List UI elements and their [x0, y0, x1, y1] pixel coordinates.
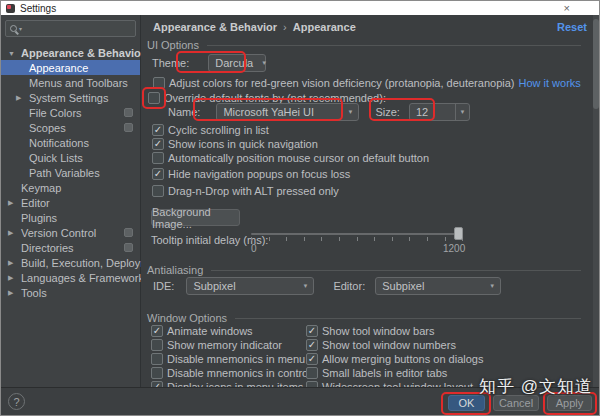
theme-row: Theme: Darcula ▼	[152, 54, 266, 72]
slider-max-label: 1200	[443, 243, 465, 254]
section-divider	[211, 270, 581, 271]
help-button[interactable]: ?	[8, 393, 25, 410]
show-memory-indicator-checkbox[interactable]: ✓	[151, 339, 163, 351]
sidebar-item-tools[interactable]: ▶Tools	[1, 285, 140, 300]
sidebar-item-version-control[interactable]: ▶Version Control	[1, 225, 140, 240]
breadcrumb-appearance-behavior[interactable]: Appearance & Behavior	[153, 21, 277, 33]
sidebar-item-system-settings[interactable]: ▶System Settings	[1, 90, 140, 105]
chevron-right-icon[interactable]: ▶	[16, 94, 21, 102]
sidebar-item-path-variables[interactable]: Path Variables	[1, 165, 140, 180]
how-it-works-link[interactable]: How it works	[518, 77, 580, 89]
small-labels-editor-tabs-checkbox[interactable]: ✓	[306, 367, 318, 379]
auto-position-cursor-checkbox[interactable]: ✓	[152, 152, 164, 164]
auto-position-cursor-row[interactable]: ✓ Automatically position mouse cursor on…	[152, 152, 429, 164]
reset-link[interactable]: Reset	[557, 21, 587, 33]
show-tool-window-bars-row[interactable]: ✓ Show tool window bars	[306, 325, 435, 337]
sidebar-item-editor[interactable]: ▶Editor	[1, 195, 140, 210]
combo-arrow-button[interactable]: ▼	[455, 104, 469, 120]
chevron-down-icon[interactable]: ▼	[8, 49, 15, 56]
adjust-colors-checkbox-row[interactable]: ✓ Adjust colors for red-green vision def…	[153, 77, 581, 89]
sidebar-item-plugins[interactable]: Plugins	[1, 210, 140, 225]
disable-mnemonics-controls-checkbox[interactable]: ✓	[151, 367, 163, 379]
combo-arrow-icon: ▼	[459, 109, 465, 115]
check-icon: ✓	[154, 139, 162, 149]
titlebar: Settings ×	[1, 1, 599, 15]
chevron-right-icon[interactable]: ▶	[8, 289, 13, 297]
ide-label: IDE:	[153, 280, 174, 292]
disable-mnemonics-menu-row[interactable]: ✓ Disable mnemonics in menu	[151, 353, 305, 365]
settings-window: Settings × ▾ ▼Appearance & Behavior Appe…	[0, 0, 600, 416]
chevron-right-icon[interactable]: ▶	[8, 274, 13, 282]
hide-nav-popups-row[interactable]: ✓ Hide navigation popups on focus loss	[152, 168, 350, 180]
sidebar-item-notifications[interactable]: Notifications	[1, 135, 140, 150]
allow-merging-buttons-row[interactable]: ✓ Allow merging buttons on dialogs	[306, 353, 483, 365]
breadcrumb-separator: ›	[281, 21, 289, 33]
sidebar-item-directories[interactable]: Directories	[1, 240, 140, 255]
sidebar-item-file-colors[interactable]: File Colors	[1, 105, 140, 120]
slider-track[interactable]	[251, 233, 463, 235]
combo-arrow-icon: ▼	[302, 283, 308, 289]
section-antialiasing: Antialiasing	[147, 264, 581, 276]
disable-mnemonics-menu-checkbox[interactable]: ✓	[151, 353, 163, 365]
project-level-icon	[124, 243, 133, 252]
sidebar-item-appearance[interactable]: Appearance	[1, 60, 140, 75]
show-memory-indicator-row[interactable]: ✓ Show memory indicator	[151, 339, 282, 351]
theme-label: Theme:	[152, 57, 189, 69]
search-icon	[10, 25, 17, 32]
ide-antialiasing-select[interactable]: Subpixel ▼	[186, 277, 314, 295]
section-divider	[207, 45, 581, 46]
slider-ticks	[251, 237, 464, 241]
drag-n-drop-alt-checkbox[interactable]: ✓	[152, 185, 164, 197]
sidebar-item-keymap[interactable]: Keymap	[1, 180, 140, 195]
sidebar-item-quick-lists[interactable]: Quick Lists	[1, 150, 140, 165]
small-labels-editor-tabs-row[interactable]: ✓ Small labels in editor tabs	[306, 367, 447, 379]
hide-nav-popups-checkbox[interactable]: ✓	[152, 168, 164, 180]
help-icon: ?	[13, 396, 19, 408]
show-icons-quick-nav-checkbox[interactable]: ✓	[152, 138, 164, 150]
font-row: Name: Microsoft YaHei UI ▼ Size: 12 ▼	[168, 103, 470, 121]
slider-min-label: 0	[251, 243, 257, 254]
scrollbar[interactable]	[593, 15, 599, 387]
search-options-chevron-icon[interactable]: ▾	[19, 25, 22, 32]
combo-arrow-icon: ▼	[347, 109, 353, 115]
font-size-select[interactable]: 12 ▼	[409, 103, 470, 121]
background-image-button[interactable]: Background Image...	[151, 209, 240, 226]
editor-antialiasing-select[interactable]: Subpixel ▼	[375, 277, 501, 295]
check-icon: ✓	[154, 125, 162, 135]
breadcrumb: Appearance & Behavior › Appearance	[153, 21, 356, 33]
cyclic-scrolling-row[interactable]: ✓ Cyclic scrolling in list	[152, 124, 269, 136]
sidebar-item-menus-toolbars[interactable]: Menus and Toolbars	[1, 75, 140, 90]
animate-windows-checkbox[interactable]: ✓	[151, 325, 163, 337]
drag-n-drop-alt-row[interactable]: ✓ Drag-n-Drop with ALT pressed only	[152, 185, 339, 197]
search-input[interactable]: ▾	[5, 20, 136, 37]
sidebar-item-build-execution-deployment[interactable]: ▶Build, Execution, Deployment	[1, 255, 140, 270]
check-icon: ✓	[308, 340, 316, 350]
project-level-icon	[124, 228, 133, 237]
allow-merging-buttons-checkbox[interactable]: ✓	[306, 353, 318, 365]
editor-label: Editor:	[333, 280, 365, 292]
slider-thumb[interactable]	[454, 227, 463, 240]
antialiasing-row: IDE: Subpixel ▼ Editor: Subpixel ▼	[153, 277, 501, 295]
sidebar-item-languages-frameworks[interactable]: ▶Languages & Frameworks	[1, 270, 140, 285]
font-name-select[interactable]: Microsoft YaHei UI ▼	[216, 103, 359, 121]
animate-windows-row[interactable]: ✓ Animate windows	[151, 325, 253, 337]
show-icons-quick-nav-row[interactable]: ✓ Show icons in quick navigation	[152, 138, 318, 150]
sidebar-item-scopes[interactable]: Scopes	[1, 120, 140, 135]
override-fonts-checkbox[interactable]: ✓	[148, 92, 160, 104]
theme-select[interactable]: Darcula ▼	[208, 54, 266, 72]
check-icon: ✓	[308, 354, 316, 364]
cyclic-scrolling-checkbox[interactable]: ✓	[152, 124, 164, 136]
adjust-colors-checkbox[interactable]: ✓	[153, 77, 165, 89]
sidebar-item-appearance-behavior[interactable]: ▼Appearance & Behavior	[1, 45, 140, 60]
close-icon[interactable]: ×	[564, 3, 570, 14]
disable-mnemonics-controls-row[interactable]: ✓ Disable mnemonics in controls	[151, 367, 316, 379]
watermark: 知乎 @文知道	[479, 375, 593, 398]
show-tool-window-numbers-row[interactable]: ✓ Show tool window numbers	[306, 339, 456, 351]
chevron-right-icon[interactable]: ▶	[8, 199, 13, 207]
show-tool-window-numbers-checkbox[interactable]: ✓	[306, 339, 318, 351]
chevron-right-icon[interactable]: ▶	[8, 259, 13, 267]
scrollbar-thumb[interactable]	[593, 19, 599, 109]
chevron-right-icon[interactable]: ▶	[8, 229, 13, 237]
show-tool-window-bars-checkbox[interactable]: ✓	[306, 325, 318, 337]
tooltip-delay-slider[interactable]: 0 1200	[251, 227, 464, 255]
